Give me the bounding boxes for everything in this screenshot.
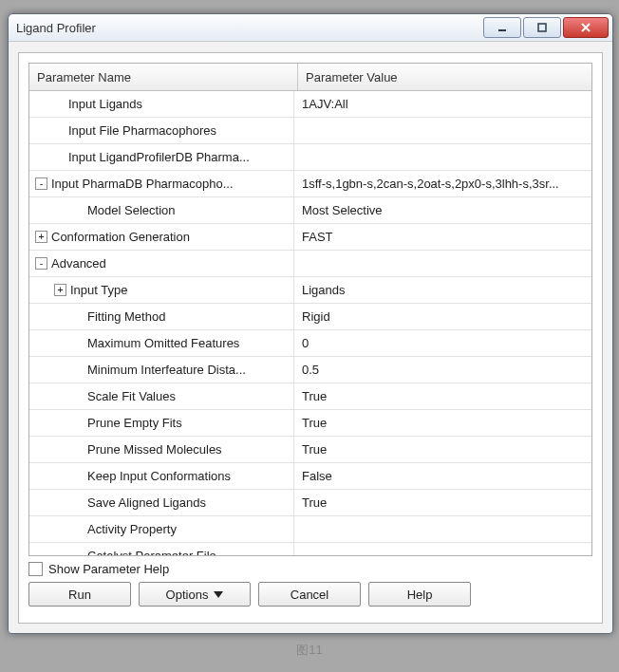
- parameter-name: Scale Fit Values: [87, 389, 176, 403]
- parameter-value-cell[interactable]: [294, 251, 591, 276]
- parameter-value-cell[interactable]: True: [294, 490, 591, 515]
- expander-placeholder: [73, 338, 84, 348]
- parameter-row[interactable]: +Conformation GenerationFAST: [29, 224, 591, 251]
- expander-placeholder: [73, 444, 84, 455]
- column-header-value[interactable]: Parameter Value: [298, 64, 591, 90]
- expander-placeholder: [54, 152, 65, 162]
- run-label: Run: [68, 588, 91, 602]
- collapse-icon[interactable]: -: [35, 177, 47, 190]
- parameter-row[interactable]: Input LigandProfilerDB Pharma...: [29, 144, 591, 171]
- parameter-name-cell[interactable]: +Input Type: [29, 277, 294, 303]
- minimize-button[interactable]: [483, 17, 521, 38]
- parameter-row[interactable]: -Input PharmaDB Pharmacopho...1sff-s,1gb…: [29, 171, 591, 197]
- parameter-row[interactable]: Scale Fit ValuesTrue: [29, 383, 591, 410]
- parameter-value-cell[interactable]: [294, 543, 591, 556]
- parameter-name-cell[interactable]: Activity Property: [29, 516, 294, 542]
- figure-caption: 图11: [0, 642, 619, 659]
- expander-placeholder: [73, 524, 84, 534]
- parameter-value-cell[interactable]: [294, 144, 591, 170]
- parameter-name-cell[interactable]: Catalyst Parameter File: [29, 543, 294, 556]
- parameter-name-cell[interactable]: Scale Fit Values: [29, 383, 294, 409]
- grid-header: Parameter Name Parameter Value: [29, 64, 591, 91]
- client-area: Parameter Name Parameter Value Input Lig…: [18, 52, 603, 624]
- parameter-value-cell[interactable]: Rigid: [294, 304, 591, 329]
- expander-placeholder: [54, 125, 65, 136]
- expander-placeholder: [73, 311, 84, 322]
- parameter-grid[interactable]: Parameter Name Parameter Value Input Lig…: [28, 63, 592, 556]
- parameter-name: Input Type: [70, 283, 127, 297]
- parameter-row[interactable]: Save Aligned LigandsTrue: [29, 490, 591, 516]
- dialog-window: Ligand Profiler Parameter Name Parameter…: [8, 13, 613, 634]
- show-parameter-help-label: Show Parameter Help: [48, 562, 169, 576]
- parameter-value: False: [302, 469, 332, 483]
- svg-rect-1: [538, 24, 546, 31]
- parameter-name-cell[interactable]: Fitting Method: [29, 304, 294, 329]
- parameter-name: Advanced: [51, 256, 106, 271]
- parameter-name: Model Selection: [87, 203, 176, 217]
- maximize-button[interactable]: [523, 17, 561, 38]
- expander-placeholder: [73, 418, 84, 428]
- parameter-value-cell[interactable]: 1AJV:All: [294, 91, 591, 117]
- parameter-row[interactable]: Minimum Interfeature Dista...0.5: [29, 357, 591, 383]
- parameter-name-cell[interactable]: -Input PharmaDB Pharmacopho...: [29, 171, 294, 196]
- close-button[interactable]: [563, 17, 609, 38]
- parameter-row[interactable]: Fitting MethodRigid: [29, 304, 591, 330]
- parameter-name-cell[interactable]: +Conformation Generation: [29, 224, 294, 250]
- parameter-row[interactable]: Input Ligands1AJV:All: [29, 91, 591, 118]
- parameter-value-cell[interactable]: FAST: [294, 224, 591, 250]
- parameter-value: Ligands: [302, 283, 346, 297]
- cancel-button[interactable]: Cancel: [258, 582, 361, 607]
- parameter-row[interactable]: Maximum Omitted Features0: [29, 330, 591, 357]
- show-parameter-help-row[interactable]: Show Parameter Help: [28, 562, 592, 576]
- titlebar[interactable]: Ligand Profiler: [9, 14, 612, 42]
- run-button[interactable]: Run: [28, 582, 131, 607]
- parameter-name: Conformation Generation: [51, 230, 190, 244]
- parameter-name: Input File Pharmacophores: [68, 123, 216, 138]
- parameter-value-cell[interactable]: True: [294, 383, 591, 409]
- caret-down-icon: [214, 591, 223, 598]
- parameter-row[interactable]: Model SelectionMost Selective: [29, 197, 591, 224]
- parameter-name-cell[interactable]: Save Aligned Ligands: [29, 490, 294, 515]
- parameter-row[interactable]: Prune Missed MoleculesTrue: [29, 437, 591, 463]
- parameter-row[interactable]: Input File Pharmacophores: [29, 118, 591, 144]
- parameter-value-cell[interactable]: [294, 516, 591, 542]
- parameter-name-cell[interactable]: Prune Missed Molecules: [29, 437, 294, 462]
- parameter-name-cell[interactable]: Input Ligands: [29, 91, 294, 117]
- expand-icon[interactable]: +: [54, 284, 66, 296]
- parameter-value-cell[interactable]: 0: [294, 330, 591, 356]
- parameter-value-cell[interactable]: 1sff-s,1gbn-s,2can-s,2oat-s,2px0-s,3lhh-…: [294, 171, 591, 196]
- parameter-name-cell[interactable]: -Advanced: [29, 251, 294, 276]
- parameter-name: Prune Empty Fits: [87, 416, 182, 430]
- parameter-row[interactable]: +Input TypeLigands: [29, 277, 591, 304]
- options-button[interactable]: Options: [139, 582, 251, 607]
- expander-placeholder: [73, 391, 84, 401]
- parameter-name-cell[interactable]: Keep Input Conformations: [29, 463, 294, 489]
- parameter-value: True: [302, 442, 327, 457]
- collapse-icon[interactable]: -: [35, 257, 47, 270]
- parameter-name-cell[interactable]: Prune Empty Fits: [29, 410, 294, 436]
- parameter-name-cell[interactable]: Maximum Omitted Features: [29, 330, 294, 356]
- parameter-value-cell[interactable]: True: [294, 410, 591, 436]
- grid-body: Input Ligands1AJV:AllInput File Pharmaco…: [29, 91, 591, 556]
- show-parameter-help-checkbox[interactable]: [28, 562, 43, 576]
- parameter-value-cell[interactable]: Ligands: [294, 277, 591, 303]
- column-header-name[interactable]: Parameter Name: [29, 64, 298, 90]
- parameter-row[interactable]: Catalyst Parameter File: [29, 543, 591, 556]
- parameter-value-cell[interactable]: Most Selective: [294, 197, 591, 223]
- expand-icon[interactable]: +: [35, 231, 47, 243]
- parameter-value-cell[interactable]: False: [294, 463, 591, 489]
- parameter-value-cell[interactable]: [294, 118, 591, 143]
- window-title: Ligand Profiler: [16, 21, 481, 35]
- parameter-name-cell[interactable]: Input File Pharmacophores: [29, 118, 294, 143]
- parameter-row[interactable]: Keep Input ConformationsFalse: [29, 463, 591, 490]
- parameter-name-cell[interactable]: Model Selection: [29, 197, 294, 223]
- parameter-row[interactable]: -Advanced: [29, 251, 591, 277]
- parameter-name-cell[interactable]: Minimum Interfeature Dista...: [29, 357, 294, 383]
- parameter-name-cell[interactable]: Input LigandProfilerDB Pharma...: [29, 144, 294, 170]
- parameter-value: 1AJV:All: [302, 97, 348, 111]
- parameter-value-cell[interactable]: 0.5: [294, 357, 591, 383]
- help-button[interactable]: Help: [368, 582, 471, 607]
- parameter-row[interactable]: Activity Property: [29, 516, 591, 543]
- parameter-row[interactable]: Prune Empty FitsTrue: [29, 410, 591, 437]
- parameter-value-cell[interactable]: True: [294, 437, 591, 462]
